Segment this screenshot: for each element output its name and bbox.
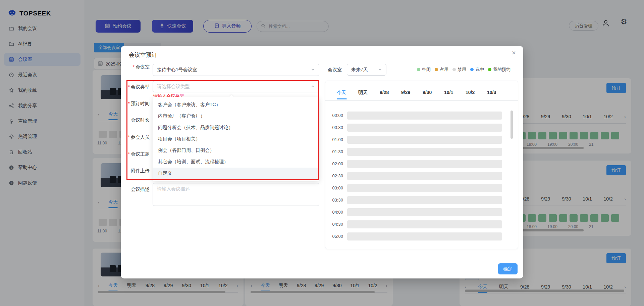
type-option[interactable]: 其它会（培训、面试、流程梳理） — [153, 156, 319, 168]
type-option[interactable]: 问题分析会（技术、品质问题讨论） — [153, 122, 319, 133]
legend-dot — [417, 68, 420, 71]
legend-item-选中: 选中 — [470, 67, 484, 73]
tabs-divider — [325, 100, 518, 101]
close-icon[interactable]: × — [512, 49, 516, 56]
day-tab-9/29[interactable]: 9/29 — [401, 90, 410, 95]
time-slot-label: 05:00 — [330, 234, 343, 239]
room-booking-modal: 会议室预订 × *会议室 接待中心1号会议室 *会议类型 请选择会议类型 请输入… — [121, 46, 523, 278]
required-marker: * — [133, 64, 135, 70]
schedule-room-label: 会议室 — [328, 67, 342, 73]
room-select-value: 接待中心1号会议室 — [157, 67, 197, 73]
day-tab-今天[interactable]: 今天 — [337, 90, 346, 96]
time-slot-label: 03:30 — [330, 198, 343, 203]
time-slot-bar[interactable] — [347, 196, 502, 204]
type-option[interactable]: 项目会（项目相关） — [153, 133, 319, 145]
type-option[interactable]: 内审验厂（客户验厂） — [153, 111, 319, 122]
meeting-type-dropdown: 客户会（客户来访、客户TC）内审验厂（客户验厂）问题分析会（技术、品质问题讨论）… — [153, 97, 319, 181]
time-slot-bar[interactable] — [347, 124, 502, 132]
legend-dot — [488, 68, 491, 71]
time-slot-bar[interactable] — [347, 148, 502, 156]
time-slot-bar[interactable] — [347, 136, 502, 144]
time-slot-bar[interactable] — [347, 112, 502, 120]
time-slot-label: 01:30 — [330, 149, 343, 154]
time-slot-label: 02:30 — [330, 173, 343, 178]
time-slot-bar[interactable] — [347, 232, 502, 241]
type-option[interactable]: 自定义 — [153, 168, 319, 179]
type-option[interactable]: 客户会（客户来访、客户TC） — [153, 99, 319, 111]
chevron-down-icon — [378, 67, 382, 73]
day-tab-10/2[interactable]: 10/2 — [466, 90, 475, 95]
day-tab-10/1[interactable]: 10/1 — [444, 90, 453, 95]
active-day-underline — [337, 98, 347, 99]
type-select-placeholder: 请选择会议类型 — [157, 84, 190, 90]
required-marker: * — [128, 151, 130, 157]
legend-item-我的预约: 我的预约 — [488, 67, 511, 73]
legend-dot — [470, 68, 474, 71]
legend-item-禁用: 禁用 — [452, 67, 466, 73]
time-slot-label: 02:00 — [330, 161, 343, 166]
day-tab-明天[interactable]: 明天 — [358, 90, 368, 96]
time-slot-label: 01:00 — [330, 137, 343, 142]
legend-item-占用: 占用 — [435, 67, 448, 73]
time-slot-bar[interactable] — [347, 208, 502, 216]
confirm-button[interactable]: 确定 — [498, 263, 518, 274]
field-label-预订时间: *预订时间 — [123, 101, 150, 107]
field-label-参会人员: *参会人员 — [123, 134, 150, 140]
vertical-scrollbar[interactable] — [511, 111, 513, 139]
date-range-select[interactable]: 未来7天 — [347, 64, 386, 76]
time-slot-label: 00:30 — [330, 125, 343, 130]
legend-dot — [452, 68, 456, 71]
schedule-panel: 今天明天9/289/299/3010/110/210/3 00:0000:300… — [325, 81, 518, 249]
legend-item-空闲: 空闲 — [417, 67, 431, 73]
legend-dot — [435, 68, 438, 71]
field-label-会议时长: 会议时长 — [123, 117, 150, 123]
time-slot-bar[interactable] — [347, 172, 502, 180]
required-marker: * — [128, 84, 130, 89]
meeting-type-select[interactable]: 请选择会议类型 — [153, 81, 319, 92]
field-label-附件上传: 附件上传 — [123, 168, 150, 174]
type-field-label: *会议类型 — [123, 84, 150, 90]
time-slot-bar[interactable] — [347, 160, 502, 168]
time-slot-label: 00:00 — [330, 113, 343, 118]
chevron-down-icon — [311, 67, 315, 73]
desc-field-label: 会议描述 — [123, 186, 150, 192]
day-tab-10/3[interactable]: 10/3 — [487, 90, 496, 95]
range-value: 未来7天 — [351, 67, 368, 73]
time-slot-label: 04:30 — [330, 222, 343, 227]
status-legend: 空闲占用禁用选中我的预约 — [417, 67, 511, 73]
type-option[interactable]: 例会（各部门周、日例会） — [153, 145, 319, 156]
dropdown-notch — [229, 95, 234, 99]
modal-title: 会议室预订 — [129, 51, 157, 59]
time-slot-bar[interactable] — [347, 184, 502, 192]
time-slot-bar[interactable] — [347, 220, 502, 228]
time-slot-label: 04:00 — [330, 210, 343, 215]
required-marker: * — [128, 134, 130, 140]
required-marker: * — [128, 101, 130, 106]
field-label-会议主题: *会议主题 — [123, 151, 150, 157]
chevron-up-icon — [311, 84, 315, 89]
day-tab-9/28[interactable]: 9/28 — [380, 90, 389, 95]
meeting-desc-textarea[interactable] — [153, 183, 319, 206]
room-field-label: *会议室 — [123, 64, 150, 70]
time-slot-label: 03:00 — [330, 185, 343, 190]
day-tab-9/30[interactable]: 9/30 — [423, 90, 432, 95]
room-select[interactable]: 接待中心1号会议室 — [153, 64, 319, 76]
